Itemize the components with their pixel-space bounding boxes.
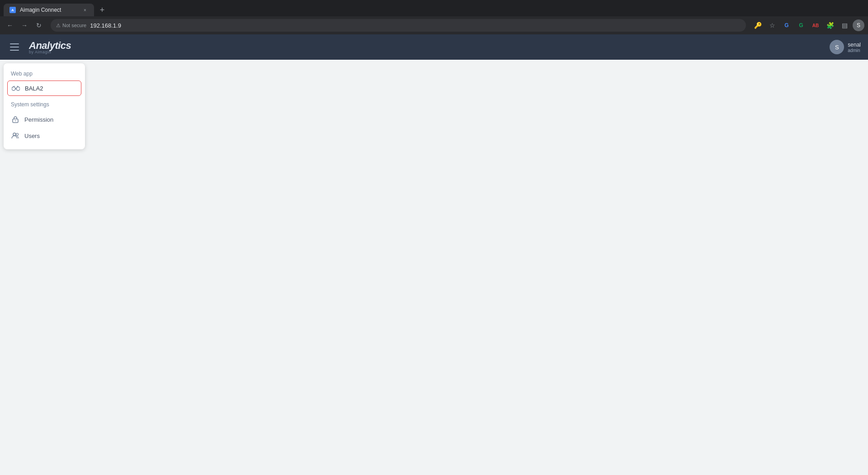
browser-actions: 🔑 ☆ G G AB 🧩 ▤ S [751,19,864,32]
avatar: S [830,40,844,54]
favicon-img: A [9,7,16,13]
app-container: Analytics by Aimagin S senal admin Web a… [0,34,868,475]
forward-button[interactable]: → [18,19,31,32]
browser-profile-avatar[interactable]: S [853,19,864,31]
tab-favicon: A [9,6,16,14]
new-tab-button[interactable]: + [96,4,108,16]
app-logo: Analytics by Aimagin [29,40,71,54]
url-text: 192.168.1.9 [90,22,741,29]
hamburger-line-1 [10,43,19,44]
users-icon-svg [11,133,19,139]
svg-point-0 [12,87,15,90]
warning-icon: ⚠ [56,23,61,28]
tab-title: Aimagin Connect [20,7,78,13]
system-settings-section-label: System settings [4,96,85,111]
browser-chrome: A Aimagin Connect × + ← → ↻ ⚠ Not secure… [0,0,868,34]
svg-point-6 [15,120,16,121]
extension-google2-icon[interactable]: G [795,19,807,32]
browser-tab[interactable]: A Aimagin Connect × [4,4,94,16]
bookmark-icon[interactable]: ☆ [766,19,778,32]
user-name: senal [848,42,861,48]
hamburger-menu-button[interactable] [7,40,22,54]
browser-toolbar: ← → ↻ ⚠ Not secure 192.168.1.9 🔑 ☆ G G A… [0,16,868,34]
extensions-icon[interactable]: 🧩 [824,19,836,32]
user-info: senal admin [848,42,861,53]
svg-point-7 [13,133,16,136]
permission-menu-item[interactable]: Permission [4,111,85,128]
extension-adblock-icon[interactable]: AB [809,19,822,32]
password-manager-icon[interactable]: 🔑 [751,19,764,32]
bala2-icon [11,84,20,93]
tab-close-button[interactable]: × [81,6,89,14]
security-label: Not secure [62,23,86,28]
lock-icon-svg [12,116,19,123]
extension-google-icon[interactable]: G [780,19,793,32]
hamburger-line-3 [10,50,19,51]
avatar-initials: S [835,44,839,51]
bala2-label: BALA2 [25,85,43,92]
app-header: Analytics by Aimagin S senal admin [0,34,868,60]
connect-icon-svg [12,85,20,91]
users-icon [11,131,20,140]
permission-label: Permission [24,116,53,123]
tab-bar: A Aimagin Connect × + [0,0,868,16]
svg-point-1 [16,87,20,90]
lock-icon [11,115,20,124]
main-content: Web app BALA2 System settings [0,60,868,475]
bala2-menu-item[interactable]: BALA2 [7,81,81,96]
users-menu-item[interactable]: Users [4,128,85,144]
sidebar-toggle-icon[interactable]: ▤ [838,19,851,32]
user-profile[interactable]: S senal admin [830,40,861,54]
back-button[interactable]: ← [4,19,16,32]
user-role: admin [848,48,861,53]
security-indicator: ⚠ Not secure [56,23,86,28]
hamburger-line-2 [10,47,19,48]
svg-point-8 [16,133,19,136]
reload-button[interactable]: ↻ [33,19,45,32]
users-label: Users [24,133,40,139]
address-bar[interactable]: ⚠ Not secure 192.168.1.9 [51,19,746,32]
web-app-section-label: Web app [4,69,85,81]
navigation-menu: Web app BALA2 System settings [4,63,85,149]
